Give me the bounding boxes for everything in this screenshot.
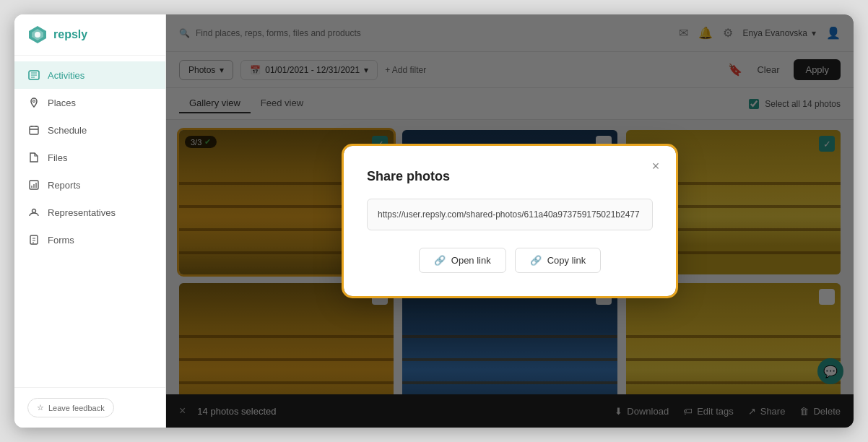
sidebar-item-representatives[interactable]: Representatives (14, 199, 165, 226)
forms-icon (27, 233, 40, 246)
activities-icon (27, 69, 40, 82)
leave-feedback-button[interactable]: ☆ Leave feedback (27, 398, 114, 417)
representatives-icon (27, 206, 40, 219)
sidebar-item-places[interactable]: Places (14, 89, 165, 116)
sidebar: repsly Activities Places (14, 14, 166, 428)
sidebar-item-activities[interactable]: Activities (14, 61, 165, 89)
nav-items: Activities Places Schedule (14, 56, 165, 387)
main-content: 🔍 ✉ 🔔 ⚙ Enya Evanovska ▾ 👤 Photo (166, 14, 854, 428)
sidebar-item-places-label: Places (48, 98, 76, 108)
sidebar-item-reports-label: Reports (48, 180, 81, 191)
svg-point-2 (35, 32, 40, 38)
files-icon (27, 151, 40, 164)
copy-link-icon: 🔗 (530, 255, 542, 266)
modal-title: Share photos (367, 169, 653, 184)
sidebar-footer: ☆ Leave feedback (14, 387, 165, 428)
sidebar-item-representatives-label: Representatives (48, 207, 116, 218)
open-link-button[interactable]: 🔗 Open link (419, 248, 506, 273)
sidebar-item-schedule-label: Schedule (48, 125, 87, 136)
copy-link-label: Copy link (547, 255, 586, 266)
share-photos-modal: × Share photos https://user.repsly.com/s… (344, 146, 676, 296)
svg-rect-5 (30, 126, 38, 134)
app-container: repsly Activities Places (14, 14, 854, 428)
modal-overlay[interactable]: × Share photos https://user.repsly.com/s… (166, 14, 854, 428)
browser-window: repsly Activities Places (14, 14, 854, 428)
modal-url-box: https://user.repsly.com/shared-photos/61… (367, 199, 653, 230)
star-icon: ☆ (37, 403, 44, 412)
reports-icon (27, 178, 40, 191)
svg-point-4 (33, 100, 35, 103)
modal-close-button[interactable]: × (646, 156, 666, 176)
sidebar-item-activities-label: Activities (48, 70, 84, 81)
logo-text: repsly (53, 28, 87, 41)
sidebar-item-reports[interactable]: Reports (14, 171, 165, 199)
schedule-icon (27, 124, 40, 136)
feedback-label: Leave feedback (48, 404, 105, 412)
open-link-label: Open link (451, 255, 491, 266)
sidebar-item-forms[interactable]: Forms (14, 226, 165, 254)
repsly-logo-icon (27, 25, 48, 45)
modal-actions: 🔗 Open link 🔗 Copy link (367, 248, 653, 273)
sidebar-item-files-label: Files (48, 152, 67, 163)
sidebar-item-forms-label: Forms (48, 235, 74, 246)
link-icon: 🔗 (434, 255, 446, 266)
places-icon (27, 96, 40, 109)
logo-area: repsly (14, 14, 165, 56)
sidebar-item-schedule[interactable]: Schedule (14, 116, 165, 144)
sidebar-item-files[interactable]: Files (14, 144, 165, 171)
copy-link-button[interactable]: 🔗 Copy link (515, 248, 601, 273)
svg-point-7 (32, 209, 36, 213)
